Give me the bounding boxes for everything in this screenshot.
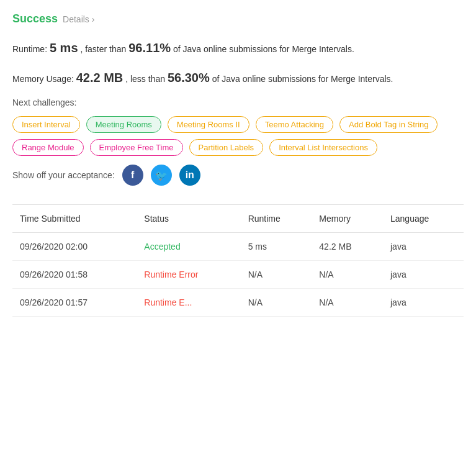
memory-value: 42.2 MB <box>76 71 123 84</box>
table-header-cell: Status <box>137 205 240 233</box>
linkedin-button[interactable]: in <box>179 165 200 186</box>
share-label: Show off your acceptance: <box>12 170 115 180</box>
challenge-tag[interactable]: Meeting Rooms <box>86 116 161 133</box>
table-header-cell: Memory <box>312 205 383 233</box>
submissions-table: Time SubmittedStatusRuntimeMemoryLanguag… <box>12 205 464 317</box>
challenge-tags: Insert IntervalMeeting RoomsMeeting Room… <box>12 116 464 156</box>
details-link[interactable]: Details › <box>63 14 94 24</box>
memory-cell: 42.2 MB <box>312 233 383 261</box>
time-submitted-cell: 09/26/2020 01:57 <box>12 289 137 317</box>
memory-line: Memory Usage: 42.2 MB , less than 56.30%… <box>12 68 464 88</box>
status-cell[interactable]: Runtime Error <box>137 261 240 289</box>
memory-cell: N/A <box>312 289 383 317</box>
table-header-cell: Time Submitted <box>12 205 137 233</box>
language-cell: java <box>383 261 464 289</box>
challenge-tag[interactable]: Partition Labels <box>189 139 264 156</box>
challenge-tag[interactable]: Teemo Attacking <box>256 116 333 133</box>
challenge-tag[interactable]: Range Module <box>12 139 84 156</box>
runtime-cell: 5 ms <box>241 233 312 261</box>
twitter-button[interactable]: 🐦 <box>151 165 172 186</box>
next-challenges-label: Next challenges: <box>12 98 464 107</box>
language-cell: java <box>383 233 464 261</box>
challenge-tag[interactable]: Add Bold Tag in String <box>339 116 438 133</box>
challenge-tag[interactable]: Employee Free Time <box>90 139 183 156</box>
language-cell: java <box>383 289 464 317</box>
time-submitted-cell: 09/26/2020 01:58 <box>12 261 137 289</box>
challenge-tag[interactable]: Meeting Rooms II <box>168 116 249 133</box>
runtime-line: Runtime: 5 ms , faster than 96.11% of Ja… <box>12 38 464 58</box>
status-cell[interactable]: Accepted <box>137 233 240 261</box>
table-header-row: Time SubmittedStatusRuntimeMemoryLanguag… <box>12 205 464 233</box>
table-header-cell: Language <box>383 205 464 233</box>
status-cell[interactable]: Runtime E... <box>137 289 240 317</box>
memory-cell: N/A <box>312 261 383 289</box>
success-label: Success <box>12 12 58 25</box>
runtime-cell: N/A <box>241 289 312 317</box>
header-row: Success Details › <box>12 12 464 25</box>
table-row: 09/26/2020 02:00Accepted5 ms42.2 MBjava <box>12 233 464 261</box>
facebook-button[interactable]: f <box>122 165 143 186</box>
runtime-cell: N/A <box>241 261 312 289</box>
table-row: 09/26/2020 01:57Runtime E...N/AN/Ajava <box>12 289 464 317</box>
table-header-cell: Runtime <box>241 205 312 233</box>
share-row: Show off your acceptance: f 🐦 in <box>12 165 464 186</box>
memory-percent: 56.30% <box>168 71 210 84</box>
time-submitted-cell: 09/26/2020 02:00 <box>12 233 137 261</box>
challenge-tag[interactable]: Insert Interval <box>12 116 80 133</box>
runtime-value: 5 ms <box>50 41 78 55</box>
table-row: 09/26/2020 01:58Runtime ErrorN/AN/Ajava <box>12 261 464 289</box>
runtime-percent: 96.11% <box>128 41 171 55</box>
challenge-tag[interactable]: Interval List Intersections <box>269 139 377 156</box>
